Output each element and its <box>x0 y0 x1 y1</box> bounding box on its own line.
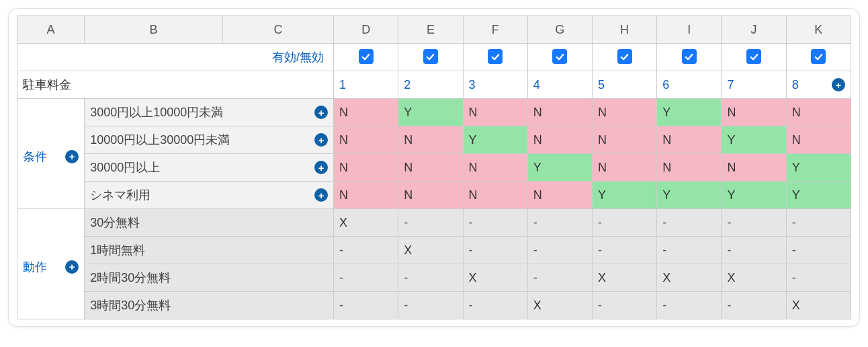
action-label[interactable]: 1時間無料 <box>85 237 334 264</box>
action-cell[interactable]: - <box>463 292 527 319</box>
action-label[interactable]: 2時間30分無料 <box>85 264 334 292</box>
condition-cell[interactable]: N <box>334 154 398 182</box>
action-cell[interactable]: - <box>398 264 463 292</box>
action-cell[interactable]: X <box>398 237 463 264</box>
col-header-I[interactable]: I <box>657 16 722 44</box>
condition-cell[interactable]: N <box>334 99 398 126</box>
action-cell[interactable]: - <box>592 209 656 237</box>
rule-number-4[interactable]: 4 <box>527 71 592 99</box>
action-cell[interactable]: - <box>527 209 592 237</box>
action-cell[interactable]: - <box>398 292 463 319</box>
col-header-G[interactable]: G <box>527 16 592 44</box>
col-header-H[interactable]: H <box>592 16 656 44</box>
action-label[interactable]: 3時間30分無料 <box>85 292 334 319</box>
action-cell[interactable]: - <box>592 292 656 319</box>
condition-cell[interactable]: N <box>657 154 722 182</box>
action-cell[interactable]: - <box>527 264 592 292</box>
condition-cell[interactable]: N <box>722 154 786 182</box>
condition-cell[interactable]: N <box>398 126 463 154</box>
action-cell[interactable]: - <box>657 237 722 264</box>
action-cell[interactable]: - <box>657 209 722 237</box>
condition-cell[interactable]: N <box>527 126 592 154</box>
condition-cell[interactable]: N <box>463 182 527 209</box>
add-condition-icon[interactable]: + <box>65 150 79 163</box>
action-cell[interactable]: - <box>722 292 786 319</box>
condition-cell[interactable]: N <box>592 126 656 154</box>
condition-cell[interactable]: Y <box>463 126 527 154</box>
enabled-checkbox-8[interactable] <box>811 49 826 64</box>
action-cell[interactable]: - <box>463 237 527 264</box>
condition-cell[interactable]: N <box>786 99 851 126</box>
condition-cell[interactable]: N <box>592 99 656 126</box>
condition-cell[interactable]: N <box>527 182 592 209</box>
condition-cell[interactable]: Y <box>657 99 722 126</box>
rule-number-5[interactable]: 5 <box>592 71 656 99</box>
action-cell[interactable]: X <box>463 264 527 292</box>
action-cell[interactable]: - <box>722 237 786 264</box>
action-cell[interactable]: X <box>786 292 851 319</box>
rule-number-1[interactable]: 1 <box>334 71 398 99</box>
enabled-checkbox-5[interactable] <box>617 49 632 64</box>
enabled-checkbox-4[interactable] <box>552 49 567 64</box>
action-cell[interactable]: - <box>334 264 398 292</box>
condition-cell[interactable]: Y <box>592 182 656 209</box>
col-header-E[interactable]: E <box>398 16 463 44</box>
rule-number-8[interactable]: 8 <box>792 78 799 92</box>
action-cell[interactable]: - <box>592 237 656 264</box>
condition-cell[interactable]: Y <box>398 99 463 126</box>
action-cell[interactable]: X <box>592 264 656 292</box>
condition-expand-icon[interactable]: + <box>314 188 328 202</box>
condition-cell[interactable]: N <box>657 126 722 154</box>
action-cell[interactable]: - <box>334 292 398 319</box>
col-header-D[interactable]: D <box>334 16 398 44</box>
action-cell[interactable]: - <box>786 209 851 237</box>
enabled-checkbox-7[interactable] <box>746 49 761 64</box>
rule-number-7[interactable]: 7 <box>722 71 786 99</box>
action-cell[interactable]: - <box>527 237 592 264</box>
condition-cell[interactable]: N <box>463 154 527 182</box>
condition-expand-icon[interactable]: + <box>314 161 328 174</box>
condition-cell[interactable]: Y <box>722 126 786 154</box>
action-cell[interactable]: X <box>334 209 398 237</box>
condition-cell[interactable]: N <box>786 126 851 154</box>
action-cell[interactable]: - <box>463 209 527 237</box>
condition-expand-icon[interactable]: + <box>314 133 328 147</box>
action-cell[interactable]: - <box>398 209 463 237</box>
condition-label[interactable]: 30000円以上 <box>90 159 160 176</box>
condition-expand-icon[interactable]: + <box>314 106 328 119</box>
condition-cell[interactable]: N <box>334 126 398 154</box>
col-header-B[interactable]: B <box>85 16 222 44</box>
condition-cell[interactable]: N <box>398 154 463 182</box>
col-header-J[interactable]: J <box>722 16 786 44</box>
action-label[interactable]: 30分無料 <box>85 209 334 237</box>
condition-cell[interactable]: N <box>722 99 786 126</box>
rule-number-6[interactable]: 6 <box>657 71 722 99</box>
condition-cell[interactable]: Y <box>527 154 592 182</box>
action-cell[interactable]: X <box>657 264 722 292</box>
col-header-C[interactable]: C <box>222 16 333 44</box>
condition-label[interactable]: シネマ利用 <box>90 187 150 203</box>
action-cell[interactable]: X <box>722 264 786 292</box>
enabled-checkbox-1[interactable] <box>359 49 374 64</box>
enabled-checkbox-3[interactable] <box>488 49 503 64</box>
condition-cell[interactable]: Y <box>786 182 851 209</box>
condition-cell[interactable]: N <box>527 99 592 126</box>
condition-cell[interactable]: N <box>398 182 463 209</box>
action-cell[interactable]: - <box>786 264 851 292</box>
condition-cell[interactable]: Y <box>657 182 722 209</box>
condition-cell[interactable]: N <box>592 154 656 182</box>
action-cell[interactable]: - <box>657 292 722 319</box>
col-header-K[interactable]: K <box>786 16 851 44</box>
col-header-A[interactable]: A <box>17 16 85 44</box>
add-rule-icon[interactable]: + <box>832 78 845 91</box>
condition-cell[interactable]: Y <box>722 182 786 209</box>
add-action-icon[interactable]: + <box>65 260 79 274</box>
condition-label[interactable]: 3000円以上10000円未満 <box>90 104 223 120</box>
condition-label[interactable]: 10000円以上30000円未満 <box>90 132 230 148</box>
action-cell[interactable]: - <box>334 237 398 264</box>
action-cell[interactable]: - <box>786 237 851 264</box>
condition-cell[interactable]: Y <box>786 154 851 182</box>
enabled-checkbox-6[interactable] <box>682 49 697 64</box>
condition-cell[interactable]: N <box>334 182 398 209</box>
rule-number-2[interactable]: 2 <box>398 71 463 99</box>
